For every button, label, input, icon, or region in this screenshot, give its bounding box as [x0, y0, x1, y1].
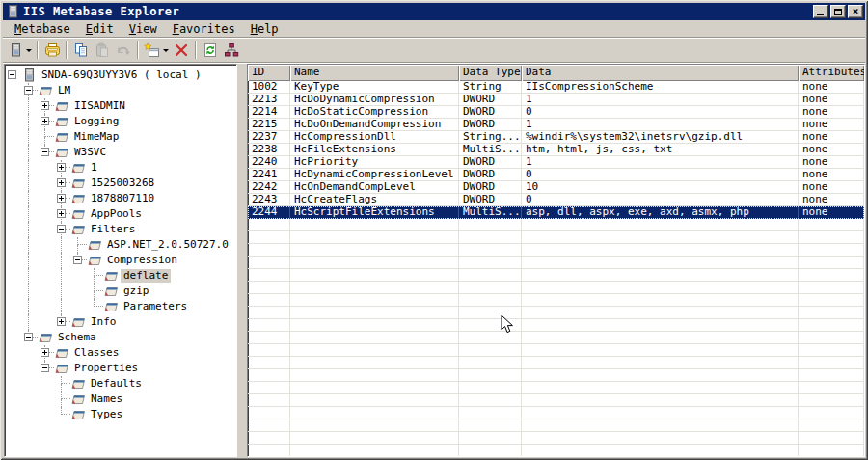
table-row[interactable]: 2237HcCompressionDllString...%windir%\sy…: [248, 131, 864, 144]
table-cell: [799, 282, 864, 294]
table-cell: [799, 382, 864, 394]
menu-edit[interactable]: Edit: [78, 21, 122, 37]
table-cell: [459, 307, 522, 319]
expand-icon[interactable]: [57, 178, 66, 187]
tree-item-gzip[interactable]: gzip: [5, 284, 236, 299]
tree-indent: [38, 191, 54, 206]
tree-item-1878807110[interactable]: 1878807110: [5, 191, 236, 206]
tree-line: [28, 314, 29, 330]
collapse-icon[interactable]: [73, 256, 82, 264]
copy-button[interactable]: [70, 40, 92, 61]
table-row[interactable]: 2213HcDoDynamicCompressionDWORD1none: [248, 94, 864, 106]
menu-favorites[interactable]: Favorites: [165, 21, 243, 37]
table-cell: MultiS...: [459, 144, 522, 156]
tree-item-types[interactable]: Types: [5, 407, 236, 422]
key-icon: [54, 345, 71, 361]
expand-icon[interactable]: [41, 117, 49, 125]
collapse-icon[interactable]: [57, 225, 66, 233]
hierarchy-button[interactable]: [221, 40, 242, 61]
tree-item-logging[interactable]: Logging: [5, 114, 236, 129]
expand-icon[interactable]: [57, 209, 66, 218]
tree-connector: [54, 206, 70, 222]
minimize-button[interactable]: [813, 5, 828, 18]
column-header-name[interactable]: Name: [290, 65, 459, 81]
expand-icon[interactable]: [57, 317, 66, 326]
table-cell: DWORD: [459, 194, 522, 206]
tree-item-filters[interactable]: Filters: [5, 222, 236, 237]
expand-icon[interactable]: [41, 348, 49, 357]
dropdown-caret-icon[interactable]: [163, 49, 169, 52]
column-header-id[interactable]: ID: [248, 65, 290, 81]
menu-help[interactable]: Help: [243, 21, 286, 37]
collapse-icon[interactable]: [24, 86, 33, 95]
expand-icon[interactable]: [57, 194, 66, 203]
collapse-icon[interactable]: [41, 364, 49, 372]
table-row[interactable]: 2241HcDynamicCompressionLevelDWORD0none: [248, 169, 864, 181]
table-cell: none: [799, 81, 864, 94]
menu-view[interactable]: View: [122, 21, 165, 37]
dropdown-caret-icon[interactable]: [26, 49, 32, 52]
table-row[interactable]: 2243HcCreateFlagsDWORD0none: [248, 194, 864, 206]
collapse-icon[interactable]: [24, 333, 33, 341]
table-row[interactable]: 2240HcPriorityDWORD1none: [248, 156, 864, 169]
menu-metabase[interactable]: Metabase: [7, 21, 78, 37]
table-row[interactable]: 2242HcOnDemandCompLevelDWORD10none: [248, 181, 864, 194]
table-cell: [290, 407, 459, 419]
tree-item-compression[interactable]: Compression: [5, 253, 236, 268]
tree-indent: [21, 129, 38, 145]
tree-item-snda-69q3uyy3v6-local-[interactable]: SNDA-69Q3UYY3V6 ( local ): [5, 68, 236, 83]
tree-item-schema[interactable]: Schema: [5, 330, 236, 345]
tree-item-parameters[interactable]: Parameters: [5, 299, 236, 314]
close-button[interactable]: ×: [848, 5, 863, 18]
tree-connector: [54, 222, 70, 237]
tree-item-apppools[interactable]: AppPools: [5, 206, 236, 222]
tree-item-properties[interactable]: Properties: [5, 361, 236, 376]
tree-item-asp-net-2-0-50727-0[interactable]: ASP.NET_2.0.50727.0: [5, 237, 236, 253]
connect-server-button[interactable]: [6, 40, 34, 61]
refresh-button[interactable]: [200, 40, 221, 61]
tree-indent: [54, 253, 70, 268]
table-cell: [799, 231, 864, 244]
tree-item-1525003268[interactable]: 1525003268: [5, 176, 236, 191]
expand-icon[interactable]: [57, 163, 66, 172]
tree-item-iisadmin[interactable]: IISADMIN: [5, 98, 236, 114]
list-header: IDNameData TypeDataAttributes: [248, 65, 864, 81]
tree-line: [28, 253, 29, 268]
delete-button[interactable]: [171, 40, 192, 61]
table-cell: [290, 219, 459, 231]
key-icon: [70, 191, 88, 206]
collapse-icon[interactable]: [8, 70, 16, 79]
tree-indent: [5, 129, 21, 145]
table-cell: [290, 344, 459, 357]
tree-item-names[interactable]: Names: [5, 392, 236, 407]
table-row[interactable]: 2244HcScriptFileExtensionsMultiS...asp, …: [248, 206, 864, 219]
table-row[interactable]: 2215HcDoOnDemandCompressionDWORD1none: [248, 119, 864, 131]
table-row[interactable]: 2214HcDoStaticCompressionDWORD0none: [248, 106, 864, 119]
tree-item-1[interactable]: 1: [5, 160, 236, 176]
tree-item-label: SNDA-69Q3UYY3V6 ( local ): [39, 68, 204, 82]
table-row[interactable]: 2238HcFileExtensionsMultiS...htm, html, …: [248, 144, 864, 156]
tree-item-w3svc[interactable]: W3SVC: [5, 145, 236, 160]
table-row[interactable]: 1002KeyTypeStringIIsCompressionSchemenon…: [248, 81, 864, 94]
table-cell: [290, 244, 459, 257]
tree-indent: [21, 206, 38, 222]
tree-item-info[interactable]: Info: [5, 314, 236, 330]
table-cell: DWORD: [459, 169, 522, 181]
print-button[interactable]: [41, 40, 63, 61]
title-bar[interactable]: IIS Metabase Explorer ×: [3, 3, 865, 20]
column-header-data-type[interactable]: Data Type: [459, 65, 522, 81]
tree-item-defaults[interactable]: Defaults: [5, 376, 236, 392]
expand-icon[interactable]: [41, 101, 49, 110]
tree-item-deflate[interactable]: deflate: [5, 268, 236, 284]
new-key-button[interactable]: [142, 40, 171, 61]
tree-item-lm[interactable]: LM: [5, 83, 236, 98]
collapse-icon[interactable]: [41, 148, 49, 156]
tree-indent: [38, 268, 54, 284]
column-header-attributes[interactable]: Attributes: [799, 65, 864, 81]
maximize-button[interactable]: [830, 5, 846, 18]
table-cell: [248, 432, 290, 445]
tree-item-mimemap[interactable]: MimeMap: [5, 129, 236, 145]
tree-item-classes[interactable]: Classes: [5, 345, 236, 361]
column-header-data[interactable]: Data: [522, 65, 799, 81]
table-cell: HcCompressionDll: [290, 131, 459, 144]
